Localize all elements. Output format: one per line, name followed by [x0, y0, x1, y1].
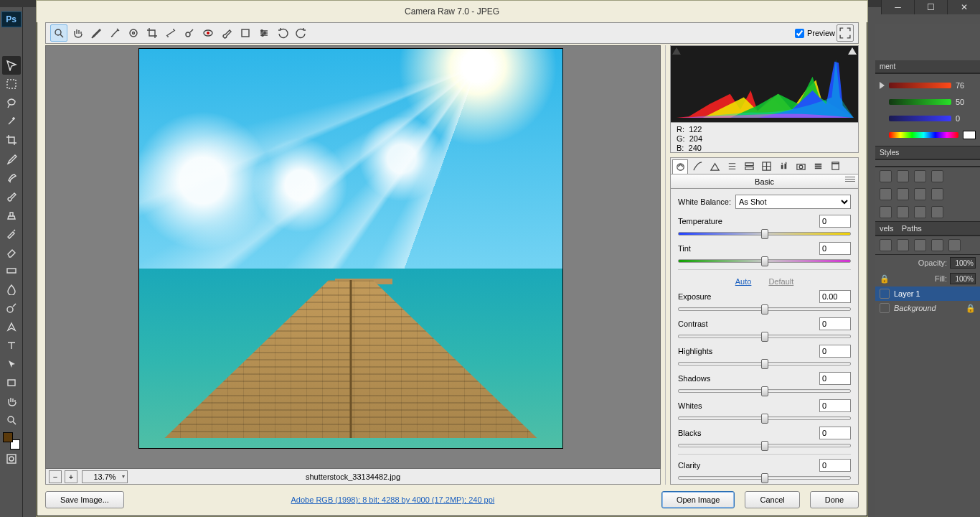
lens-corrections-tab-icon[interactable] — [758, 159, 774, 173]
snapshots-tab-icon[interactable] — [827, 159, 843, 173]
red-eye-tool-icon[interactable] — [199, 24, 217, 42]
preview-checkbox[interactable]: Preview — [795, 29, 835, 38]
contrast-slider[interactable] — [678, 332, 851, 340]
open-image-button[interactable]: Open Image — [661, 491, 735, 508]
ch-icon[interactable] — [948, 239, 961, 251]
fill-input[interactable] — [950, 273, 976, 284]
toggle-fullscreen-button[interactable] — [837, 24, 854, 42]
targeted-adjustment-tool-icon[interactable] — [125, 24, 142, 42]
graduated-filter-tool-icon[interactable] — [237, 24, 254, 42]
cancel-button[interactable]: Cancel — [745, 491, 799, 508]
ch-icon[interactable] — [880, 239, 892, 251]
brush-tool-icon[interactable] — [2, 187, 21, 205]
type-tool-icon[interactable] — [2, 336, 21, 355]
exposure-input[interactable] — [819, 290, 851, 303]
highlight-clipping-icon[interactable] — [848, 47, 857, 56]
crop-tool-icon[interactable] — [143, 24, 161, 42]
lock-icons-group[interactable]: 🔒 — [880, 274, 890, 284]
effects-tab-icon[interactable] — [776, 159, 791, 173]
path-selection-tool-icon[interactable] — [2, 355, 21, 373]
white-balance-select[interactable]: As Shot — [735, 195, 851, 209]
clone-stamp-tool-icon[interactable] — [2, 205, 21, 224]
presets-tab-icon[interactable] — [810, 159, 826, 173]
adj-icon[interactable] — [880, 206, 892, 218]
panel-menu-icon[interactable] — [845, 177, 855, 183]
color-swatches-icon[interactable] — [3, 432, 20, 450]
adj-icon[interactable] — [880, 170, 892, 182]
visibility-icon[interactable] — [880, 303, 890, 313]
blacks-input[interactable] — [819, 427, 851, 439]
hand-tool-icon[interactable] — [2, 392, 21, 411]
adjustment-brush-tool-icon[interactable] — [218, 24, 235, 42]
temperature-input[interactable] — [819, 215, 851, 228]
panel-tab-styles[interactable]: Styles — [875, 146, 980, 159]
dodge-tool-icon[interactable] — [2, 299, 21, 317]
layer-row[interactable]: Layer 1 — [875, 287, 980, 301]
history-brush-tool-icon[interactable] — [2, 224, 21, 243]
save-image-button[interactable]: Save Image... — [45, 491, 124, 508]
detail-tab-icon[interactable] — [707, 159, 722, 173]
ch-icon[interactable] — [914, 239, 926, 251]
camera-calibration-tab-icon[interactable] — [793, 159, 809, 173]
opacity-input[interactable] — [950, 257, 976, 269]
hsl-tab-icon[interactable] — [724, 159, 740, 173]
highlights-input[interactable] — [819, 345, 851, 358]
done-button[interactable]: Done — [810, 491, 859, 508]
adj-icon[interactable] — [880, 188, 892, 200]
move-tool-icon[interactable] — [2, 56, 21, 75]
ch-icon[interactable] — [931, 239, 943, 251]
adj-icon[interactable] — [914, 206, 926, 218]
auto-link[interactable]: Auto — [735, 277, 752, 286]
lasso-tool-icon[interactable] — [2, 93, 21, 112]
adj-icon[interactable] — [897, 188, 909, 200]
whites-input[interactable] — [819, 399, 851, 412]
adj-icon[interactable] — [914, 188, 926, 200]
healing-brush-tool-icon[interactable] — [2, 168, 21, 187]
tint-input[interactable] — [819, 242, 851, 255]
gradient-tool-icon[interactable] — [2, 261, 21, 280]
straighten-tool-icon[interactable] — [162, 24, 179, 42]
zoom-out-button[interactable]: − — [49, 470, 62, 483]
highlights-slider[interactable] — [678, 359, 851, 368]
spot-removal-tool-icon[interactable] — [181, 24, 198, 42]
exposure-slider[interactable] — [678, 304, 851, 313]
adj-icon[interactable] — [931, 206, 943, 218]
hue-strip[interactable] — [889, 132, 958, 138]
crop-tool-icon[interactable] — [2, 131, 21, 149]
window-close-button[interactable]: ✕ — [947, 0, 980, 14]
adj-icon[interactable] — [897, 170, 909, 182]
adj-icon[interactable] — [931, 170, 943, 182]
shadows-slider[interactable] — [678, 386, 851, 395]
marquee-tool-icon[interactable] — [2, 75, 21, 93]
adj-icon[interactable] — [931, 188, 943, 200]
basic-tab-icon[interactable] — [672, 159, 688, 174]
window-minimize-button[interactable]: ─ — [881, 0, 914, 14]
hand-tool-icon[interactable] — [69, 24, 86, 42]
green-slider-track[interactable] — [889, 99, 951, 105]
blur-tool-icon[interactable] — [2, 280, 21, 299]
clarity-input[interactable] — [819, 459, 851, 472]
adj-icon[interactable] — [914, 170, 926, 182]
open-preferences-tool-icon[interactable] — [255, 24, 273, 42]
pen-tool-icon[interactable] — [2, 317, 21, 336]
color-sampler-tool-icon[interactable] — [106, 24, 123, 42]
panel-tab-ment[interactable]: ment — [875, 60, 980, 73]
rectangle-tool-icon[interactable] — [2, 373, 21, 392]
window-maximize-button[interactable]: ☐ — [914, 0, 947, 14]
tone-curve-tab-icon[interactable] — [689, 159, 705, 173]
visibility-icon[interactable] — [880, 289, 890, 299]
rotate-cw-tool-icon[interactable] — [293, 24, 310, 42]
panel-tab-channels-paths[interactable]: vels Paths — [875, 222, 980, 236]
rotate-ccw-tool-icon[interactable] — [274, 24, 291, 42]
white-balance-tool-icon[interactable] — [88, 24, 105, 42]
tint-slider[interactable] — [678, 256, 851, 265]
blue-slider-track[interactable] — [889, 116, 951, 121]
zoom-tool-icon[interactable] — [50, 24, 67, 42]
shadow-clipping-icon[interactable] — [672, 47, 681, 56]
split-toning-tab-icon[interactable] — [741, 159, 757, 173]
workflow-options-link[interactable]: Adobe RGB (1998); 8 bit; 4288 by 4000 (1… — [291, 495, 495, 504]
adj-icon[interactable] — [897, 206, 909, 218]
blacks-slider[interactable] — [678, 441, 851, 450]
eyedropper-tool-icon[interactable] — [2, 149, 21, 168]
zoom-tool-icon[interactable] — [2, 411, 21, 429]
